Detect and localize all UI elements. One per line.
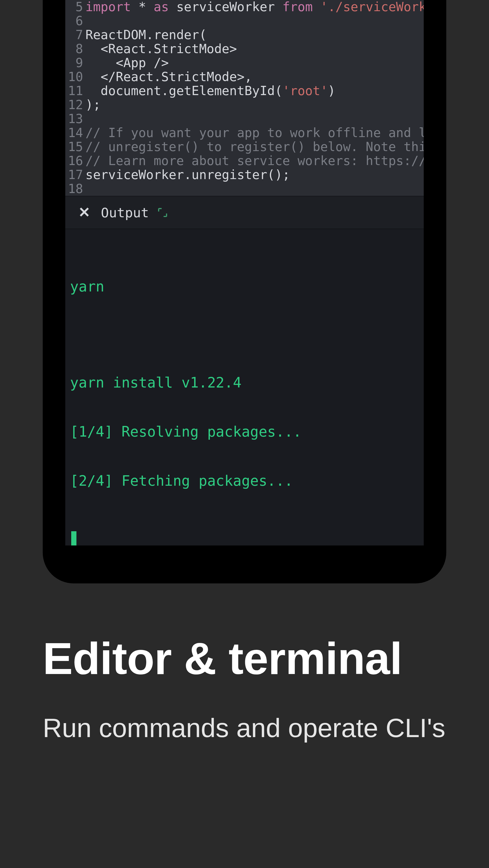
- promo-heading: Editor & terminal: [43, 633, 446, 684]
- code-line[interactable]: // Learn more about service workers: htt…: [85, 154, 424, 168]
- code-line[interactable]: ReactDOM.render(: [85, 28, 424, 42]
- terminal-line: [1/4] Resolving packages...: [70, 424, 414, 440]
- terminal-cursor: [71, 531, 77, 546]
- code-line[interactable]: [85, 14, 424, 28]
- line-number-gutter: 56789101112131415161718: [65, 0, 85, 196]
- line-number: 11: [65, 84, 83, 98]
- line-number: 13: [65, 112, 83, 126]
- device-frame: 56789101112131415161718 import * as serv…: [43, 0, 446, 583]
- line-number: 7: [65, 28, 83, 42]
- spinner-icon: [157, 207, 169, 218]
- code-line[interactable]: import * as serviceWorker from './servic…: [85, 0, 424, 14]
- code-line[interactable]: // unregister() to register() below. Not…: [85, 140, 424, 154]
- line-number: 5: [65, 0, 83, 14]
- line-number: 6: [65, 14, 83, 28]
- code-line[interactable]: [85, 112, 424, 126]
- line-number: 14: [65, 126, 83, 140]
- line-number: 10: [65, 70, 83, 84]
- terminal-line: yarn install v1.22.4: [70, 374, 414, 391]
- code-line[interactable]: document.getElementById('root'): [85, 84, 424, 98]
- output-panel-header: ✕ Output: [65, 196, 424, 229]
- code-line[interactable]: // If you want your app to work offline …: [85, 126, 424, 140]
- line-number: 16: [65, 154, 83, 168]
- line-number: 17: [65, 168, 83, 182]
- line-number: 8: [65, 42, 83, 56]
- terminal-command: yarn: [70, 278, 414, 295]
- promo-subheading: Run commands and operate CLI's: [43, 710, 446, 747]
- close-icon[interactable]: ✕: [78, 206, 90, 220]
- code-line[interactable]: <React.StrictMode>: [85, 42, 424, 56]
- promo-text-block: Editor & terminal Run commands and opera…: [43, 633, 446, 746]
- app-screen: 56789101112131415161718 import * as serv…: [65, 0, 424, 546]
- terminal-output[interactable]: yarn yarn install v1.22.4 [1/4] Resolvin…: [65, 229, 424, 546]
- code-line[interactable]: );: [85, 98, 424, 112]
- code-line[interactable]: </React.StrictMode>,: [85, 70, 424, 84]
- line-number: 15: [65, 140, 83, 154]
- code-editor[interactable]: 56789101112131415161718 import * as serv…: [65, 0, 424, 196]
- output-tab-label[interactable]: Output: [101, 205, 149, 220]
- code-content[interactable]: import * as serviceWorker from './servic…: [85, 0, 424, 196]
- terminal-line: [2/4] Fetching packages...: [70, 473, 414, 489]
- line-number: 18: [65, 182, 83, 196]
- code-line[interactable]: serviceWorker.unregister();: [85, 168, 424, 182]
- code-line[interactable]: <App />: [85, 56, 424, 70]
- code-line[interactable]: [85, 182, 424, 196]
- line-number: 12: [65, 98, 83, 112]
- line-number: 9: [65, 56, 83, 70]
